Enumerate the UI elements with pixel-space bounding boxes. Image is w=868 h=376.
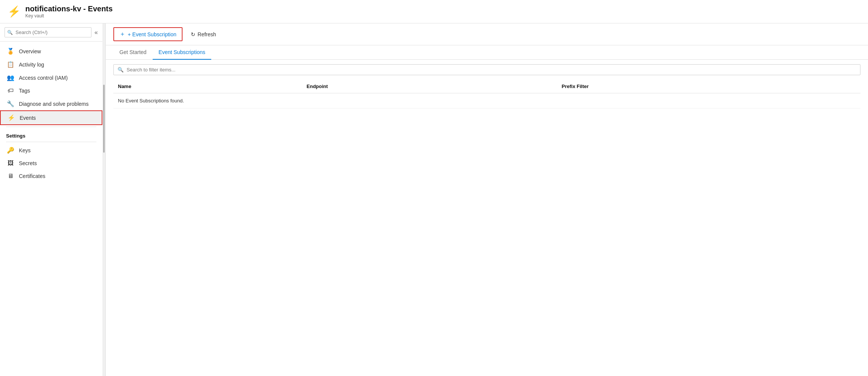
page-title: notifications-kv - Events [25,5,113,13]
filter-search-icon: 🔍 [118,67,124,73]
col-header-endpoint: Endpoint [302,80,557,93]
keys-icon: 🔑 [6,147,15,154]
secrets-icon: 🖼 [6,160,15,167]
col-header-prefix-filter: Prefix Filter [557,80,860,93]
overview-icon: 🏅 [6,48,15,55]
sidebar-item-label-secrets: Secrets [19,160,37,166]
tab-event-subscriptions-label: Event Subscriptions [159,49,206,55]
col-header-name: Name [113,80,302,93]
sidebar-item-activity-log[interactable]: 📋 Activity log [0,58,102,71]
table-area: 🔍 Name Endpoint Prefix Filter No Event S… [106,60,868,376]
header: ⚡ notifications-kv - Events Key vault [0,0,868,23]
sidebar-item-diagnose[interactable]: 🔧 Diagnose and solve problems [0,97,102,110]
toolbar: ＋ + Event Subscription ↻ Refresh [106,23,868,45]
settings-section-header: Settings [0,128,102,140]
sidebar-item-label-diagnose: Diagnose and solve problems [19,101,88,107]
sidebar-search-area: 🔍 « [0,23,102,42]
tab-get-started-label: Get Started [119,49,147,55]
filter-input[interactable] [127,67,856,73]
refresh-label: Refresh [198,31,216,37]
sidebar-item-label-keys: Keys [19,147,31,153]
sidebar-item-label-overview: Overview [19,48,41,54]
search-icon: 🔍 [7,30,13,35]
sidebar-item-label-events: Events [20,115,36,121]
sidebar-item-secrets[interactable]: 🖼 Secrets [0,157,102,170]
sidebar-item-events[interactable]: ⚡ Events [0,110,102,125]
key-vault-icon: ⚡ [8,5,21,18]
main-layout: 🔍 « 🏅 Overview 📋 Activity log 👥 Access [0,23,868,376]
search-input[interactable] [5,27,91,37]
event-subscription-label: + Event Subscription [128,31,176,37]
sidebar-item-label-access-control: Access control (IAM) [19,75,68,81]
sidebar-scrollbar[interactable] [102,23,105,376]
sidebar-scroll-thumb[interactable] [103,85,105,153]
sidebar-item-label-tags: Tags [19,88,30,94]
sidebar-item-keys[interactable]: 🔑 Keys [0,144,102,157]
refresh-icon: ↻ [191,31,195,37]
events-icon: ⚡ [7,114,16,121]
filter-bar: 🔍 [113,64,860,75]
refresh-button[interactable]: ↻ Refresh [186,29,221,40]
tags-icon: 🏷 [6,87,15,94]
page-subtitle: Key vault [25,13,113,19]
event-subscriptions-table: Name Endpoint Prefix Filter No Event Sub… [113,80,860,108]
search-wrapper: 🔍 [5,27,91,37]
collapse-sidebar-button[interactable]: « [94,29,98,36]
sidebar-item-certificates[interactable]: 🖥 Certificates [0,170,102,183]
activity-log-icon: 📋 [6,61,15,68]
event-subscription-button[interactable]: ＋ + Event Subscription [113,27,183,41]
empty-message: No Event Subscriptions found. [113,93,860,108]
tab-get-started[interactable]: Get Started [113,45,153,60]
table-empty-row: No Event Subscriptions found. [113,93,860,108]
diagnose-icon: 🔧 [6,100,15,107]
access-control-icon: 👥 [6,74,15,81]
settings-divider [6,127,96,127]
sidebar-item-tags[interactable]: 🏷 Tags [0,84,102,97]
sidebar-item-access-control[interactable]: 👥 Access control (IAM) [0,71,102,84]
sidebar-inner: 🔍 « 🏅 Overview 📋 Activity log 👥 Access [0,23,102,376]
content-area: ＋ + Event Subscription ↻ Refresh Get Sta… [106,23,868,376]
sidebar-item-label-certificates: Certificates [19,173,45,179]
tabs-bar: Get Started Event Subscriptions [106,45,868,60]
sidebar-item-label-activity-log: Activity log [19,62,44,68]
sidebar-nav: 🏅 Overview 📋 Activity log 👥 Access contr… [0,42,102,186]
settings-divider-2 [6,142,96,142]
sidebar: 🔍 « 🏅 Overview 📋 Activity log 👥 Access [0,23,106,376]
plus-icon: ＋ [119,30,125,38]
certificates-icon: 🖥 [6,173,15,179]
sidebar-item-overview[interactable]: 🏅 Overview [0,45,102,58]
tab-event-subscriptions[interactable]: Event Subscriptions [153,45,212,60]
